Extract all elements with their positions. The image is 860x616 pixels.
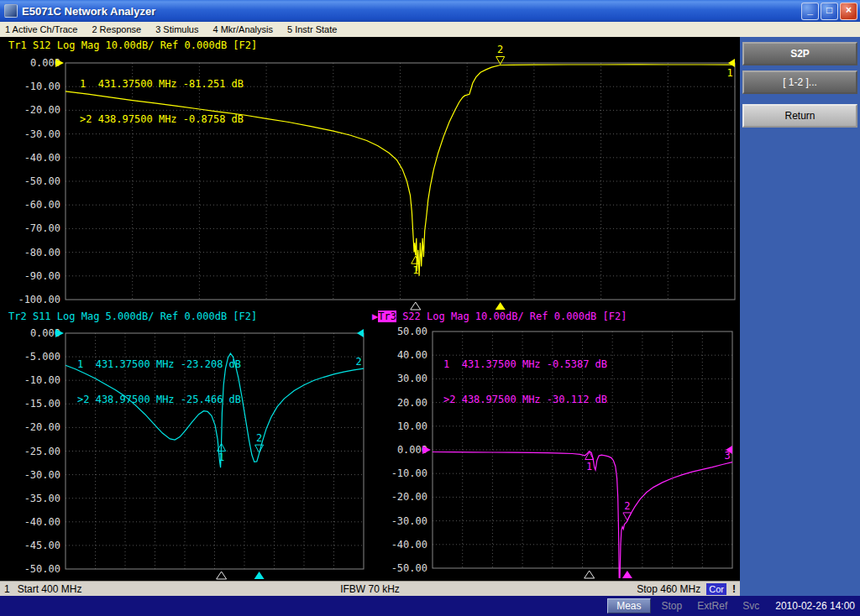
- marker-1-number: 1: [586, 461, 592, 472]
- marker-stimulus-indicator: [217, 572, 227, 579]
- y-axis-label: -5.000: [24, 351, 60, 363]
- trace3-marker-readout: 1 431.37500 MHz -0.5387 dB >2 438.97500 …: [443, 335, 607, 429]
- y-axis-label: 20.00: [397, 397, 427, 409]
- y-axis-label: -20.00: [391, 491, 427, 503]
- title-bar: E5071C Network Analyzer _ □ ×: [0, 0, 860, 22]
- marker-1-number: 1: [218, 452, 224, 463]
- y-axis-label: -10.00: [24, 81, 60, 92]
- marker-readout-line: >2 438.97500 MHz -25.466 dB: [77, 394, 241, 405]
- status-bar: 1 Start 400 MHz IFBW 70 kHz Stop 460 MHz…: [0, 581, 740, 596]
- extref-indicator[interactable]: ExtRef: [693, 600, 732, 612]
- marker-2-number: 2: [256, 432, 262, 444]
- y-axis-label: -50.00: [24, 563, 60, 575]
- y-axis-label: -40.00: [24, 516, 60, 528]
- marker-readout-line: 1 431.37500 MHz -81.251 dB: [80, 78, 244, 90]
- marker-2-indicator: [255, 445, 264, 452]
- meas-button[interactable]: Meas: [607, 598, 650, 613]
- taskbar: Meas Stop ExtRef Svc 2010-02-26 14:00: [0, 596, 860, 616]
- trace2-header[interactable]: Tr2 S11 Log Mag 5.000dB/ Ref 0.000dB [F2…: [8, 311, 257, 322]
- active-marker-stimulus-indicator: [254, 572, 265, 579]
- y-axis-label: -60.00: [24, 199, 60, 211]
- restore-button[interactable]: □: [821, 3, 838, 20]
- trace1-label: Tr1: [8, 39, 27, 51]
- y-axis-label: 40.00: [397, 349, 427, 361]
- menu-instr-state[interactable]: 5 Instr State: [287, 24, 337, 34]
- correction-badge: Cor: [706, 583, 726, 595]
- y-axis-label: -10.00: [391, 467, 427, 479]
- trace-s22: [433, 452, 732, 578]
- app-icon: [4, 4, 18, 18]
- y-axis-label: -30.00: [24, 469, 60, 481]
- softkey-return[interactable]: Return: [742, 104, 857, 128]
- y-axis-label: -10.00: [24, 374, 60, 386]
- y-axis-label: -35.00: [24, 493, 60, 504]
- y-axis-label: -30.00: [24, 128, 60, 140]
- trace1-header[interactable]: Tr1 S12 Log Mag 10.00dB/ Ref 0.000dB [F2…: [8, 39, 257, 51]
- softkey-s2p[interactable]: S2P: [742, 42, 857, 65]
- y-axis-label: 30.00: [397, 373, 427, 384]
- y-axis-label: -50.00: [24, 175, 60, 187]
- active-marker-stimulus-indicator: [622, 571, 632, 578]
- y-axis-label: 50.00: [397, 326, 427, 337]
- menu-bar: 1 Active Ch/Trace 2 Response 3 Stimulus …: [0, 22, 860, 37]
- trace1-marker-readout: 1 431.37500 MHz -81.251 dB >2 438.97500 …: [80, 55, 244, 149]
- y-axis-label: -90.00: [24, 270, 60, 282]
- y-axis-label: -100.00: [18, 294, 60, 305]
- window-title: E5071C Network Analyzer: [22, 5, 800, 18]
- trace2-marker-readout: 1 431.37500 MHz -23.208 dB >2 438.97500 …: [77, 335, 241, 429]
- minimize-button[interactable]: _: [801, 3, 819, 20]
- y-axis-label: -30.00: [391, 515, 427, 527]
- y-axis-label: -20.00: [24, 104, 60, 116]
- stop-indicator[interactable]: Stop: [658, 600, 687, 612]
- analyzer-screen: 0.000-10.00-20.00-30.00-40.00-50.00-60.0…: [0, 37, 740, 581]
- marker-readout-line: >2 438.97500 MHz -0.8758 dB: [80, 113, 244, 125]
- trace2-label: Tr2: [8, 311, 27, 322]
- active-marker-stimulus-indicator: [496, 302, 506, 310]
- svc-indicator[interactable]: Svc: [738, 600, 763, 612]
- y-axis-label: -40.00: [24, 152, 60, 164]
- marker-1-number: 1: [412, 264, 418, 276]
- y-axis-label: -25.00: [24, 446, 60, 457]
- y-axis-label: -80.00: [24, 247, 60, 258]
- y-axis-label: -70.00: [24, 222, 60, 234]
- y-axis-label: -40.00: [391, 539, 427, 551]
- marker-readout-line: 1 431.37500 MHz -0.5387 dB: [443, 358, 607, 370]
- trace-number: 1: [726, 67, 732, 79]
- marker-stimulus-indicator: [585, 571, 595, 578]
- softkey-menu: S2P [ 1-2 ]... Return: [740, 37, 860, 596]
- ifbw-indicator: IFBW 70 kHz: [0, 583, 740, 595]
- trace3-header[interactable]: ▶Tr3 S22 Log Mag 10.00dB/ Ref 0.000dB [F…: [372, 311, 627, 322]
- marker-readout-line: >2 438.97500 MHz -30.112 dB: [443, 394, 607, 405]
- y-axis-label: -45.00: [24, 540, 60, 551]
- y-axis-label: -15.00: [24, 398, 60, 410]
- marker-readout-line: 1 431.37500 MHz -23.208 dB: [77, 358, 241, 370]
- softkey-file-1-2[interactable]: [ 1-2 ]...: [742, 70, 857, 94]
- trace-number: 2: [355, 356, 361, 368]
- menu-mkr-analysis[interactable]: 4 Mkr/Analysis: [212, 24, 273, 34]
- clock: 2010-02-26 14:00: [775, 600, 855, 612]
- menu-active-ch-trace[interactable]: 1 Active Ch/Trace: [5, 24, 77, 34]
- marker-2-number: 2: [497, 44, 503, 55]
- stop-frequency: Stop 460 MHz: [637, 583, 700, 595]
- y-axis-label: -20.00: [24, 421, 60, 433]
- menu-stimulus[interactable]: 3 Stimulus: [155, 24, 198, 34]
- close-button[interactable]: ×: [840, 3, 857, 20]
- trace-number: 3: [724, 450, 730, 462]
- y-axis-label: -50.00: [391, 562, 427, 574]
- trace2-title: S11 Log Mag 5.000dB/ Ref 0.000dB [F2]: [27, 311, 258, 322]
- marker-stimulus-indicator: [411, 302, 421, 310]
- ref-level-right-indicator: [728, 59, 735, 67]
- trace3-title: S22 Log Mag 10.00dB/ Ref 0.000dB [F2]: [396, 311, 627, 322]
- marker-2-number: 2: [624, 500, 630, 512]
- y-axis-label: 10.00: [397, 420, 427, 432]
- alert-indicator: !: [732, 583, 736, 595]
- ref-level-right-indicator: [357, 329, 364, 337]
- menu-response[interactable]: 2 Response: [92, 24, 141, 34]
- trace1-title: S12 Log Mag 10.00dB/ Ref 0.000dB [F2]: [27, 39, 258, 51]
- trace3-label: Tr3: [378, 311, 396, 322]
